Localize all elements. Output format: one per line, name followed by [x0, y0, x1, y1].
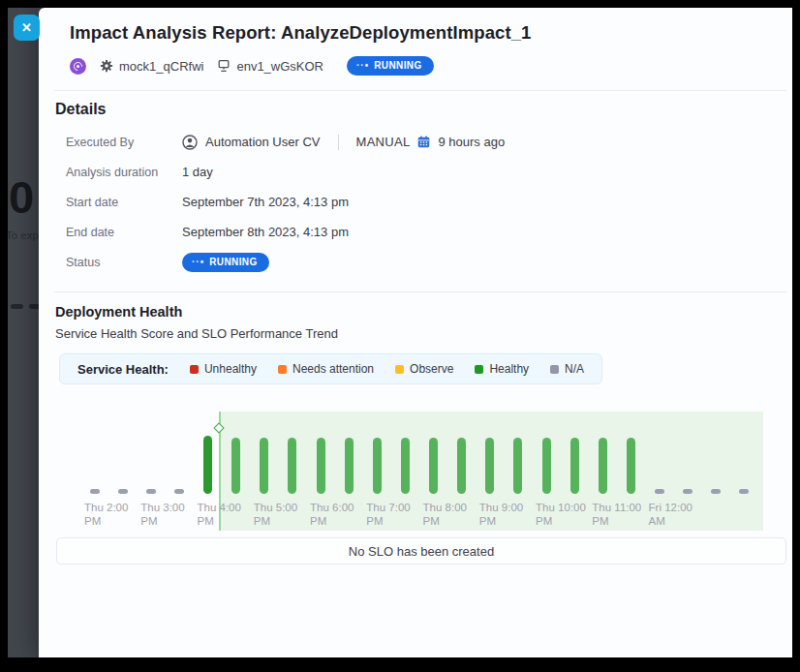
modal-header: Impact Analysis Report: AnalyzeDeploymen… — [39, 8, 792, 44]
gear-icon — [100, 59, 113, 73]
health-bar[interactable] — [401, 438, 410, 494]
health-bar[interactable] — [655, 489, 664, 494]
chart-subtitle: Service Health Score and SLO Performance… — [55, 326, 786, 341]
legend-swatch-icon — [395, 365, 404, 374]
detail-label: Executed By — [66, 136, 182, 149]
health-bar[interactable] — [513, 438, 522, 494]
x-axis-tick-label: Fri 12:00 AM — [649, 501, 692, 528]
detail-label: End date — [66, 226, 182, 239]
executed-by-user: Automation User CV — [205, 135, 321, 149]
user-avatar-icon — [182, 135, 198, 150]
environment-name: env1_wGsKOR — [217, 59, 323, 74]
detail-label: Analysis duration — [66, 166, 182, 179]
health-bar[interactable] — [683, 489, 692, 494]
legend-item: Needs attention — [278, 362, 374, 376]
start-date-value: September 7th 2023, 4:13 pm — [182, 195, 786, 209]
x-axis-tick-label: Thu 7:00 PM — [366, 501, 410, 528]
close-icon: ✕ — [21, 20, 32, 35]
end-date-value: September 8th 2023, 4:13 pm — [182, 225, 786, 239]
legend-item: Unhealthy — [190, 362, 257, 376]
health-chart[interactable]: Thu 2:00 PMThu 3:00 PMThu 4:00 PMThu 5:0… — [56, 397, 786, 533]
health-bar[interactable] — [260, 438, 268, 494]
health-bar[interactable] — [711, 489, 721, 494]
health-bar[interactable] — [373, 438, 382, 494]
deployment-health-heading: Deployment Health — [55, 304, 786, 320]
backdrop-metric-number: 0 — [9, 174, 34, 220]
health-bar[interactable] — [485, 438, 494, 494]
x-axis-tick-label: Thu 3:00 PM — [140, 501, 184, 528]
health-bar[interactable] — [739, 489, 749, 494]
x-axis-tick-label: Thu 2:00 PM — [84, 501, 128, 528]
x-axis-tick-label: Thu 8:00 PM — [423, 501, 467, 528]
health-bar[interactable] — [118, 489, 128, 494]
executed-by-value: Automation User CV MANUAL 9 hours ago — [182, 135, 786, 150]
executed-when: 9 hours ago — [438, 135, 505, 149]
health-bar[interactable] — [174, 489, 184, 494]
trigger-type: MANUAL — [356, 135, 411, 149]
monitored-service-name: mock1_qCRfwi — [100, 59, 203, 74]
backdrop-mini-bar — [11, 304, 23, 309]
environment-icon — [217, 59, 231, 73]
health-bar[interactable] — [542, 438, 551, 494]
dimmed-backdrop: 0 To expa ✕ Impact Analysis Report: Anal… — [8, 8, 792, 657]
running-dots-icon: ··• — [192, 257, 204, 268]
health-bar[interactable] — [457, 438, 466, 494]
health-bar[interactable] — [627, 438, 635, 494]
x-axis-tick-label: Thu 4:00 PM — [198, 501, 241, 528]
vertical-separator — [338, 135, 339, 150]
legend-items: UnhealthyNeeds attentionObserveHealthyN/… — [190, 362, 584, 376]
x-axis-tick-label: Thu 5:00 PM — [254, 501, 297, 528]
page-title: Impact Analysis Report: AnalyzeDeploymen… — [70, 22, 761, 44]
detail-label: Status — [66, 256, 182, 269]
legend-swatch-icon — [475, 365, 483, 374]
health-bar[interactable] — [429, 438, 438, 494]
health-bar[interactable] — [203, 436, 212, 494]
health-bar[interactable] — [231, 438, 240, 494]
health-bar[interactable] — [288, 438, 296, 494]
x-axis-tick-label: Thu 9:00 PM — [479, 501, 523, 528]
health-bar[interactable] — [317, 438, 325, 494]
analysis-duration-value: 1 day — [182, 165, 786, 179]
health-bar[interactable] — [90, 489, 100, 494]
legend-title: Service Health: — [77, 362, 169, 377]
x-axis-tick-label: Thu 10:00 PM — [536, 501, 586, 528]
legend-item: Observe — [395, 362, 453, 376]
health-bar[interactable] — [345, 438, 354, 494]
deployment-health-section: Deployment Health Service Health Score a… — [39, 292, 792, 565]
legend-item: Healthy — [475, 362, 529, 376]
slo-empty-state: No SLO has been created — [56, 537, 786, 565]
close-button[interactable]: ✕ — [14, 15, 40, 41]
status-badge: ··• RUNNING — [347, 56, 434, 76]
x-axis-tick-label: Thu 6:00 PM — [310, 501, 354, 528]
service-health-legend: Service Health: UnhealthyNeeds attention… — [59, 353, 602, 384]
health-bar[interactable] — [570, 438, 579, 494]
impact-analysis-report-modal: Impact Analysis Report: AnalyzeDeploymen… — [39, 8, 792, 657]
legend-swatch-icon — [550, 365, 559, 374]
legend-swatch-icon — [190, 365, 199, 374]
details-section: Details Executed By Automation User CV M… — [39, 91, 792, 277]
report-meta-row: mock1_qCRfwi env1_wGsKOR ··• RUNNING — [70, 56, 792, 76]
health-bar[interactable] — [146, 489, 156, 494]
calendar-icon — [417, 136, 430, 148]
running-dots-icon: ··• — [356, 60, 369, 72]
health-bar[interactable] — [599, 438, 607, 494]
srm-module-icon — [70, 58, 86, 75]
x-axis-tick-label: Thu 11:00 PM — [592, 501, 641, 528]
status-badge: ··• RUNNING — [182, 253, 269, 272]
legend-item: N/A — [550, 362, 584, 376]
details-heading: Details — [55, 101, 786, 118]
detail-label: Start date — [66, 196, 182, 209]
legend-swatch-icon — [278, 365, 287, 374]
